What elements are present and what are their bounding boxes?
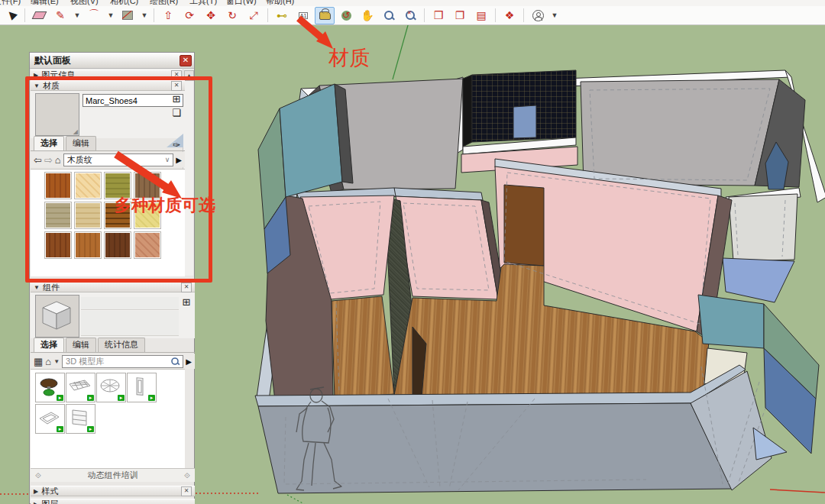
menu-edit[interactable]: 编辑(E) [31, 0, 59, 6]
zoom-extents-tool[interactable] [400, 7, 420, 24]
dynamic-component-badge: ▸ [57, 426, 63, 432]
rectangle-tool[interactable] [118, 7, 138, 24]
component-tool-2[interactable]: ❐ [450, 7, 470, 24]
footer-link[interactable]: 动态组件培训 [41, 470, 184, 481]
green-axis-line [393, 20, 409, 79]
bathroom-window [513, 105, 536, 138]
toolbar: ▶ ✎▼ ⌒▼ ▼ ⇧ ⟳ ✥ ↻ ⤢ ⊷ A1 ↺ ✋ ❒ ❐ ▤ ❖ ▼ [0, 6, 825, 25]
front-wall [258, 403, 732, 493]
component-thumb-plant[interactable]: ▸ [35, 373, 65, 402]
account-icon [532, 10, 544, 21]
follow-me-tool[interactable]: ⟳ [180, 7, 199, 24]
panel-title: 默认面板 [34, 54, 71, 67]
component-thumb-ceiling-grid[interactable]: ▸ [66, 373, 95, 402]
dimension-tool[interactable]: A1 [293, 7, 313, 24]
cube-icon [36, 296, 77, 335]
component-thumb-shelf[interactable]: ▸ [66, 404, 95, 434]
paint-bucket-tool[interactable] [315, 7, 335, 24]
collapsed-arrow-icon: ▶ [34, 488, 38, 495]
text-tool-icon: A1 [299, 12, 309, 19]
arc-tool-dropdown[interactable]: ▼ [105, 7, 116, 24]
menu-draw[interactable]: 绘图(R) [150, 0, 178, 6]
component-search-input[interactable]: 3D 模型库 [62, 355, 183, 368]
expanded-arrow-icon: ▼ [34, 284, 40, 291]
component-description-field[interactable] [81, 311, 179, 336]
rectangle-tool-dropdown[interactable]: ▼ [139, 7, 150, 24]
component-preview[interactable] [35, 295, 79, 338]
select-tool[interactable]: ▶ [0, 2, 24, 29]
collapsed-arrow-icon: ▶ [34, 501, 38, 504]
component-tool-3[interactable]: ▤ [471, 7, 491, 24]
right-bay-top [698, 295, 764, 348]
home-icon[interactable]: ⌂ [45, 356, 51, 367]
component-tool-1[interactable]: ❒ [429, 7, 448, 24]
panel-close-button[interactable]: ✕ [180, 55, 192, 66]
details-arrow-icon[interactable]: ▶ [186, 357, 192, 366]
prev-page-icon[interactable]: ⟐ [35, 471, 41, 480]
eraser-icon [31, 11, 47, 19]
components-label: 组件 [43, 282, 60, 293]
components-tab-statistics[interactable]: 统计信息 [98, 338, 145, 352]
panel-title-bar[interactable]: 默认面板 ✕ [30, 53, 194, 69]
floor-left-room [332, 296, 394, 399]
zoom-tool[interactable] [379, 7, 399, 24]
pink-wall-middle [396, 196, 498, 299]
styles-close-button[interactable]: ✕ [181, 486, 192, 496]
move-tool[interactable]: ✥ [201, 7, 221, 24]
menu-window[interactable]: 窗口(W) [226, 0, 257, 6]
layers-section-header[interactable]: ▶ 图层 [31, 499, 195, 504]
line-tool[interactable]: ✎ [50, 7, 70, 24]
wood-door [504, 185, 544, 266]
orbit-tool[interactable]: ↺ [336, 7, 356, 24]
next-page-icon[interactable]: ⟐ [184, 471, 190, 480]
dynamic-component-badge: ▸ [118, 395, 125, 401]
components-tab-edit[interactable]: 编辑 [66, 338, 96, 352]
dynamic-component-badge: ▸ [87, 395, 94, 401]
component-thumb-window-frame[interactable]: ▸ [127, 373, 157, 402]
menu-camera[interactable]: 相机(C) [110, 0, 138, 6]
chevron-down-icon[interactable]: ▼ [53, 358, 60, 365]
rotate-tool[interactable]: ↻ [222, 7, 242, 24]
in-model-icon[interactable]: ⊞ [180, 296, 193, 309]
components-section-header[interactable]: ▼ 组件 ✕ [31, 282, 195, 292]
annotation-rectangle [25, 76, 212, 283]
styles-section-header[interactable]: ▶ 样式 ✕ [31, 486, 195, 496]
components-close-button[interactable]: ✕ [181, 283, 192, 292]
zoom-icon [384, 11, 393, 20]
arc-tool[interactable]: ⌒ [84, 7, 104, 24]
zoom-extents-icon [406, 11, 415, 20]
components-preview-area: ⊞ [31, 292, 195, 338]
component-name-field[interactable] [81, 297, 179, 310]
account-dropdown[interactable]: ▼ [549, 7, 560, 24]
rectangle-icon [122, 11, 133, 20]
model-info-tool[interactable]: ❖ [500, 7, 519, 24]
components-tab-select[interactable]: 选择 [34, 338, 64, 352]
orbit-icon: ↺ [341, 11, 351, 21]
menu-bar: 文件(F) 编辑(E) 视图(V) 相机(C) 绘图(R) 工具(T) 窗口(W… [0, 0, 825, 6]
tape-measure-tool[interactable]: ⊷ [272, 7, 292, 24]
push-pull-tool[interactable]: ⇧ [158, 7, 178, 24]
left-bay-top [280, 84, 342, 197]
component-thumb-tray[interactable]: ▸ [35, 404, 65, 434]
components-nav-row: ▦ ⌂ ▼ 3D 模型库 ▶ [31, 354, 195, 369]
menu-help[interactable]: 帮助(H) [266, 0, 294, 6]
view-options-icon[interactable]: ▦ [34, 356, 43, 367]
dynamic-component-badge: ▸ [148, 395, 155, 401]
search-icon [171, 357, 179, 365]
search-value: 3D 模型库 [66, 356, 104, 367]
entry-wall [729, 194, 798, 261]
menu-view[interactable]: 视图(V) [70, 0, 99, 6]
pan-tool[interactable]: ✋ [358, 7, 377, 24]
account-button[interactable] [528, 7, 548, 24]
eraser-tool[interactable] [29, 7, 49, 24]
component-thumb-round-table[interactable]: ▸ [96, 373, 126, 402]
components-footer: ⟐ 动态组件培训 ⟐ [31, 468, 195, 482]
scale-tool[interactable]: ⤢ [244, 7, 264, 24]
styles-label: 样式 [41, 486, 58, 497]
dynamic-component-badge: ▸ [57, 395, 63, 401]
layers-label: 图层 [41, 499, 58, 504]
paint-bucket-icon [319, 11, 331, 20]
line-tool-dropdown[interactable]: ▼ [72, 7, 82, 24]
dynamic-component-badge: ▸ [87, 426, 94, 432]
menu-tools[interactable]: 工具(T) [189, 0, 217, 6]
